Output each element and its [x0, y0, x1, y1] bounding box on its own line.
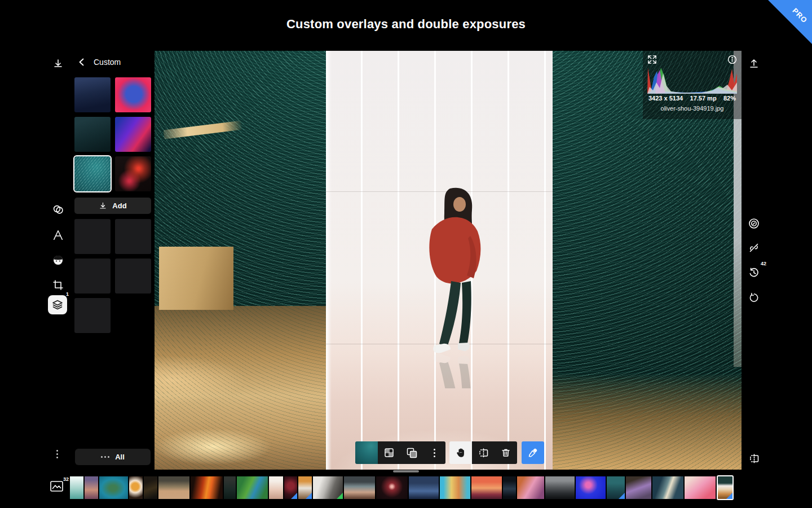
- photo-thumb-forest-river[interactable]: [237, 476, 268, 499]
- layers-tool-button[interactable]: 1: [48, 295, 67, 314]
- thumbnail-corner-badge: [619, 493, 625, 499]
- active-overlay-preview[interactable]: [355, 441, 378, 464]
- thumbnail-corner-badge: [337, 493, 343, 499]
- trash-icon: [501, 448, 511, 458]
- library-menu-button[interactable]: [56, 450, 58, 458]
- add-overlay-button[interactable]: Add: [74, 198, 151, 214]
- image-dimensions: 3423 x 5134: [648, 95, 683, 102]
- page-title: Custom overlays and double exposures: [0, 17, 812, 32]
- filter-all-button[interactable]: All: [75, 449, 151, 465]
- flip-overlay-button[interactable]: [472, 441, 495, 464]
- overlay-starfield-left: [155, 51, 326, 470]
- mask-button[interactable]: [378, 441, 400, 464]
- photo-thumb-palms[interactable]: [85, 476, 98, 499]
- photo-thumb-red-figure[interactable]: [284, 476, 297, 499]
- overlay-empty-slot[interactable]: [115, 259, 151, 294]
- overlay-empty-slot[interactable]: [115, 219, 151, 254]
- photo-thumb-canyon-pink[interactable]: [517, 476, 544, 499]
- overlay-thumb-red-trails[interactable]: [115, 156, 151, 191]
- canvas-scrollbar-handle[interactable]: [393, 470, 419, 472]
- photo-thumb-fire[interactable]: [191, 476, 223, 499]
- export-button[interactable]: [744, 54, 764, 73]
- delete-overlay-button[interactable]: [495, 441, 517, 464]
- history-icon: [748, 267, 760, 278]
- layers-count: 1: [66, 291, 69, 297]
- history-button[interactable]: 42: [744, 263, 764, 282]
- photo-thumb-moon-valley[interactable]: [652, 476, 683, 499]
- overlay-edit-toolbar: [355, 441, 544, 464]
- thumbnail-corner-badge: [726, 493, 732, 499]
- overlay-thumb-dark-interior[interactable]: [74, 117, 111, 152]
- mask-checkerboard-icon: [384, 448, 394, 458]
- photo-thumb-storefront[interactable]: [298, 476, 312, 499]
- overlay-thumb-teal-swirl[interactable]: [74, 156, 111, 191]
- hand-tool-icon: [456, 448, 466, 458]
- overlay-empty-slot[interactable]: [74, 259, 111, 294]
- photo-thumb-food[interactable]: [129, 476, 143, 499]
- flip-canvas-button[interactable]: [744, 449, 764, 468]
- photo-thumb-woman-room[interactable]: [344, 476, 375, 499]
- overlay-thumbnail-grid: [74, 77, 151, 191]
- import-button[interactable]: [48, 54, 68, 73]
- edit-canvas[interactable]: 3423 x 5134 17.57 mp 82% oliver-shou-394…: [155, 51, 742, 470]
- text-tool-button[interactable]: [48, 226, 68, 245]
- overlays-tool-button[interactable]: [48, 200, 68, 219]
- flip-icon: [478, 448, 489, 458]
- overlay-thumb-neon-alley[interactable]: [115, 117, 151, 152]
- zoom-level: 82%: [723, 95, 736, 102]
- photo-thumb-bw-portrait[interactable]: [313, 476, 343, 499]
- photo-thumb-jellyfish[interactable]: [576, 476, 606, 499]
- photo-thumb-current-door[interactable]: [717, 475, 734, 500]
- lit-wall-box: [159, 247, 233, 310]
- back-chevron-icon[interactable]: [78, 58, 86, 66]
- overlay-empty-slot[interactable]: [74, 298, 111, 333]
- photo-thumb-wave[interactable]: [70, 476, 83, 499]
- photo-thumb-surfer[interactable]: [503, 476, 516, 499]
- reset-button[interactable]: [744, 288, 764, 307]
- photo-thumb-pagoda[interactable]: [607, 476, 625, 499]
- warm-floor-right: [553, 374, 742, 470]
- overlay-empty-slot[interactable]: [74, 219, 111, 254]
- overlay-thumb-city-night[interactable]: [74, 77, 111, 112]
- photo-library-button[interactable]: 32: [50, 480, 64, 493]
- photo-thumb-night-sea[interactable]: [409, 476, 439, 499]
- kebab-menu-icon: [434, 449, 435, 457]
- blend-duplicate-button[interactable]: [400, 441, 423, 464]
- photo-thumb-red-sunset[interactable]: [471, 476, 502, 499]
- thumbnail-corner-badge: [291, 493, 297, 499]
- filmstrip: [70, 476, 734, 502]
- crop-tool-button[interactable]: [48, 275, 68, 295]
- add-overlay-label: Add: [112, 202, 126, 210]
- photo-thumb-island[interactable]: [99, 476, 128, 499]
- photo-thumb-blossom[interactable]: [269, 476, 283, 499]
- photo-count: 32: [63, 476, 69, 482]
- photo-thumb-havana-street[interactable]: [440, 476, 470, 499]
- hand-tool-button[interactable]: [449, 441, 472, 464]
- duplicate-icon: [407, 448, 417, 458]
- face-tool-button[interactable]: [48, 251, 68, 270]
- eyedropper-icon: [528, 448, 538, 458]
- expand-icon[interactable]: [647, 55, 657, 64]
- photo-thumb-purple-flowers[interactable]: [626, 476, 651, 499]
- add-download-icon: [99, 202, 107, 210]
- hide-edits-icon: [748, 242, 760, 253]
- info-icon[interactable]: [727, 55, 737, 64]
- text-tool-icon: [52, 229, 64, 242]
- white-corridor: [326, 51, 553, 470]
- overlay-empty-grid: [74, 219, 151, 333]
- hide-edits-button[interactable]: [744, 238, 764, 257]
- photo-thumb-dark-window[interactable]: [224, 476, 236, 499]
- photo-thumb-eclipse[interactable]: [376, 476, 408, 499]
- photo-thumb-deer[interactable]: [158, 476, 189, 499]
- photo-thumb-dark-tower[interactable]: [545, 476, 575, 499]
- photo-thumb-dark-flowers[interactable]: [144, 476, 157, 499]
- photos-icon: [50, 480, 64, 493]
- overlay-options-button[interactable]: [423, 441, 445, 464]
- overlay-thumb-red-portrait[interactable]: [115, 77, 151, 112]
- compare-button[interactable]: [744, 214, 764, 233]
- layers-tool-icon: [52, 299, 63, 310]
- histogram-chart: [647, 65, 737, 94]
- pro-badge-label: PRO: [791, 6, 809, 25]
- eyedropper-button[interactable]: [522, 441, 544, 464]
- photo-thumb-flamingos[interactable]: [685, 476, 716, 499]
